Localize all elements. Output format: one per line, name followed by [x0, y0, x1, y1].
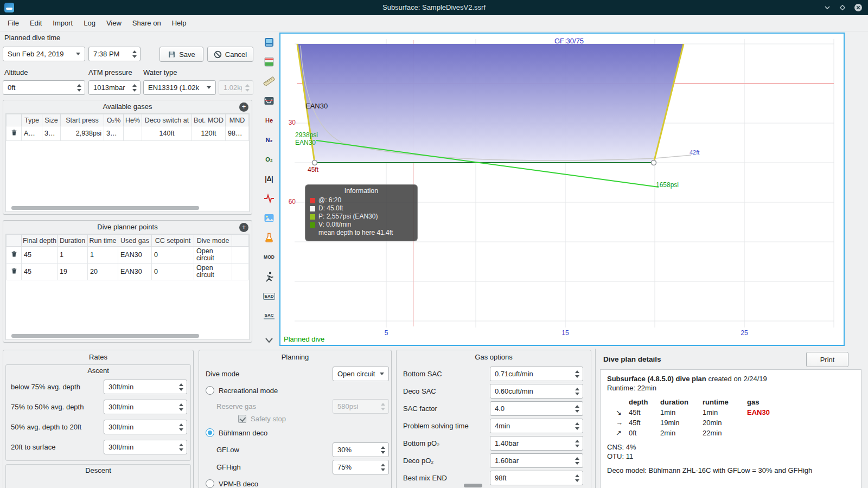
spinner-arrows[interactable] [131, 50, 138, 58]
col-deco-switch[interactable]: Deco switch at [142, 114, 192, 126]
waypoint-handle[interactable] [312, 160, 317, 165]
spinner-arrows[interactable] [379, 446, 386, 454]
menu-share-on[interactable]: Share on [127, 16, 167, 30]
spinner-arrows[interactable] [75, 84, 82, 92]
spinner-arrows[interactable] [131, 84, 138, 92]
ead-icon[interactable]: EAD [260, 287, 278, 305]
water-type-combo[interactable]: EN13319 (1.02k [143, 80, 216, 95]
col-dive-mode[interactable]: Dive mode [194, 235, 232, 247]
spinner-arrows[interactable] [177, 403, 184, 411]
menu-import[interactable]: Import [47, 16, 78, 30]
best-mix-end-label: Best mix END [403, 474, 447, 482]
heartrate-icon[interactable] [260, 190, 278, 207]
col-start-press[interactable]: Start press [61, 114, 104, 126]
spinner-arrows[interactable] [573, 422, 580, 430]
delete-point-icon[interactable] [10, 252, 18, 260]
legend-square-red [310, 198, 315, 203]
col-type[interactable]: Type [22, 114, 42, 126]
deco-sac-spinbox[interactable]: 0.60cuft/min [490, 384, 583, 399]
dive-date-combo[interactable]: Sun Feb 24, 2019 [3, 47, 85, 61]
planner-point-row[interactable]: 45 1 1 EAN30 0 Open circuit [7, 247, 249, 264]
dive-computer-icon[interactable] [260, 34, 278, 51]
col-duration[interactable]: Duration [58, 235, 88, 247]
spinner-arrows[interactable] [573, 457, 580, 465]
spinner-arrows[interactable] [177, 423, 184, 431]
gas-row[interactable]: A… 3… 2,938psi 3… 140ft 120ft 98… [7, 126, 249, 141]
gfhigh-spinbox[interactable]: 75% [333, 460, 389, 474]
photos-icon[interactable] [260, 209, 278, 227]
dive-mode-combo[interactable]: Open circuit [333, 367, 389, 381]
col-bot-mod[interactable]: Bot. MOD [192, 114, 226, 126]
dive-time-spinbox[interactable]: 7:38 PM [88, 47, 141, 61]
points-horizontal-scrollbar[interactable] [11, 334, 199, 338]
atm-pressure-spinbox[interactable]: 1013mbar [88, 80, 141, 95]
dive-profile-chart[interactable]: GF 30/75 EAN30 2938psi EAN30 45ft 1658ps… [279, 33, 845, 346]
bottom-po2-spinbox[interactable]: 1.40bar [490, 436, 583, 451]
menu-edit[interactable]: Edit [24, 16, 47, 30]
col-o2[interactable]: O₂% [104, 114, 124, 126]
col-final-depth[interactable]: Final depth [22, 235, 58, 247]
spinner-arrows[interactable] [573, 474, 580, 482]
ndl-runner-icon[interactable] [260, 268, 278, 285]
level-arrow: → [616, 418, 629, 427]
col-he[interactable]: He% [124, 114, 142, 126]
sac-factor-spinbox[interactable]: 4.0 [490, 401, 583, 416]
rate-spinbox-2[interactable]: 30ft/min [104, 400, 187, 414]
buhlmann-deco-radio[interactable]: Bühlmann deco [206, 428, 267, 437]
menu-file[interactable]: File [2, 16, 24, 30]
menu-view[interactable]: View [101, 16, 127, 30]
planner-point-row[interactable]: 45 19 20 EAN30 0 Open circuit [7, 264, 249, 280]
ruler-icon[interactable] [260, 73, 278, 90]
delta-icon[interactable]: |Δ| [260, 170, 278, 188]
add-gas-button[interactable]: + [239, 102, 248, 112]
bottom-sac-spinbox[interactable]: 0.71cuft/min [490, 367, 583, 381]
spinner-arrows[interactable] [573, 440, 580, 447]
rate-spinbox-3[interactable]: 30ft/min [104, 420, 187, 434]
ceiling-icon[interactable] [260, 229, 278, 246]
cancel-button[interactable]: Cancel [207, 47, 253, 62]
menu-help[interactable]: Help [167, 16, 192, 30]
altitude-spinbox[interactable]: 0ft [3, 80, 85, 95]
titlebar[interactable]: Subsurface: SampleDivesV2.ssrf [0, 0, 868, 15]
delete-point-icon[interactable] [10, 269, 18, 277]
menu-log[interactable]: Log [78, 16, 101, 30]
waypoint-handle[interactable] [652, 160, 656, 165]
spinner-arrows[interactable] [573, 370, 580, 378]
delete-gas-icon[interactable] [10, 131, 18, 138]
maximize-icon[interactable] [839, 4, 846, 11]
col-mnd[interactable]: MND [226, 114, 249, 126]
bottom-scrollbar-handle[interactable] [464, 484, 482, 487]
recreational-mode-radio[interactable]: Recreational mode [206, 386, 278, 395]
o2-graph-icon[interactable]: O₂ [260, 151, 278, 168]
profile-icon[interactable] [260, 92, 278, 110]
problem-solving-time-spinbox[interactable]: 4min [490, 419, 583, 433]
rate-spinbox-1[interactable]: 30ft/min [104, 380, 187, 394]
col-cc-setpoint[interactable]: CC setpoint [152, 235, 194, 247]
vpmb-deco-radio[interactable]: VPM-B deco [206, 479, 258, 488]
close-icon[interactable] [854, 3, 863, 12]
n2-graph-icon[interactable]: N₂ [260, 131, 278, 149]
rate-spinbox-4[interactable]: 30ft/min [104, 440, 187, 454]
spinner-arrows[interactable] [177, 444, 184, 451]
gases-horizontal-scrollbar[interactable] [11, 206, 199, 210]
print-button[interactable]: Print [806, 352, 848, 367]
best-mix-end-spinbox[interactable]: 98ft [490, 471, 583, 485]
spinner-arrows[interactable] [379, 464, 386, 471]
spinner-arrows[interactable] [573, 405, 580, 413]
toolbar-scroll-down-icon[interactable] [260, 335, 278, 346]
save-icon [168, 50, 176, 59]
he-graph-icon[interactable]: He [260, 112, 278, 129]
spinner-arrows[interactable] [573, 388, 580, 395]
deco-po2-spinbox[interactable]: 1.60bar [490, 453, 583, 468]
shade-icon[interactable] [824, 4, 831, 11]
col-used-gas[interactable]: Used gas [118, 235, 152, 247]
scale-icon[interactable] [260, 53, 278, 70]
mod-icon[interactable]: MOD [260, 248, 278, 266]
sac-icon[interactable]: SAC [260, 307, 278, 324]
add-point-button[interactable]: + [239, 223, 248, 232]
col-run-time[interactable]: Run time [88, 235, 118, 247]
gflow-spinbox[interactable]: 30% [333, 442, 389, 457]
spinner-arrows[interactable] [177, 383, 184, 391]
col-size[interactable]: Size [42, 114, 61, 126]
save-button[interactable]: Save [159, 47, 203, 62]
